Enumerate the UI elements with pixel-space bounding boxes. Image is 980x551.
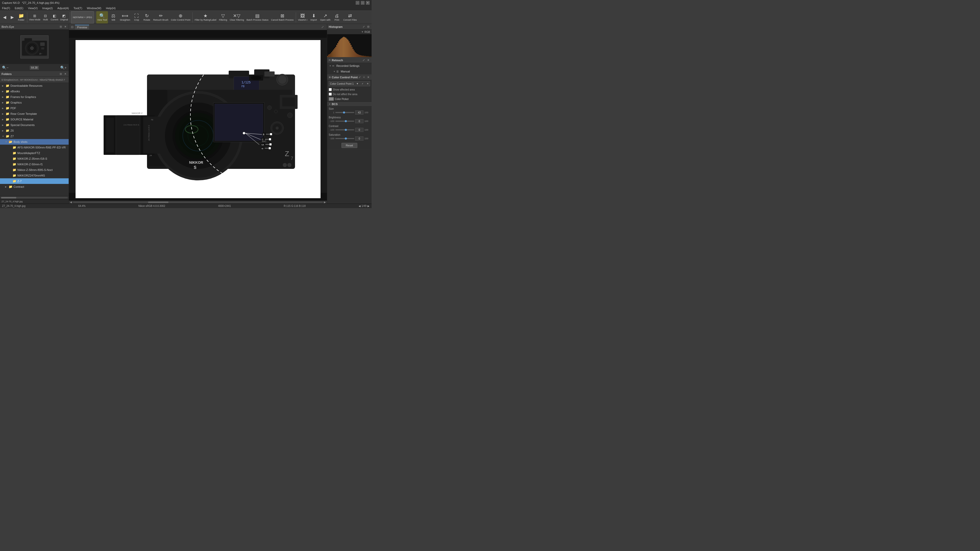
folder-button[interactable]: 📁 Folder [16,11,26,24]
brightness-value[interactable] [355,119,363,123]
folder-item-source[interactable]: ▶ 📁 SOURCE Material [0,117,68,122]
clear-filtering-button[interactable]: ✕▽ Clear Filtering [229,11,245,24]
brightness-track[interactable] [335,121,354,122]
maximize-button[interactable]: □ [361,1,364,5]
nef-raw-button[interactable]: NEF/NRW + JPEG [71,11,94,24]
menu-adjust[interactable]: Adjust(A) [56,6,70,10]
viewnxd-button[interactable]: 🖼 ViewNX-i [297,11,309,24]
preview-canvas[interactable]: 1/125 F8 Nikon [69,30,327,200]
cancel-batch-button[interactable]: ⊠ Cancel Batch Process [270,11,295,24]
saturation-track[interactable] [335,138,354,139]
menu-file[interactable]: File(F) [1,6,11,10]
ccp-expand[interactable]: ⤢ [358,76,361,79]
menu-edit[interactable]: Edit(E) [14,6,24,10]
batch-status-button[interactable]: ▤ Batch Process Status [245,11,269,24]
birds-eye-expand[interactable]: ⊟ [59,25,62,28]
folder-item-graphics[interactable]: ▶ 📁 Graphics [0,100,68,105]
print-button[interactable]: 🖨 Print [332,11,342,24]
show-affected-checkbox[interactable] [329,88,332,91]
scroll-right-arrow[interactable]: ▶ [324,201,326,203]
histogram-channel-dropdown[interactable]: ▼ [361,30,363,33]
original-button[interactable]: ◩ Original [59,11,68,24]
folder-item-contract[interactable]: ▶ 📁 Contract [0,184,68,189]
menu-tool[interactable]: Tool(T) [73,6,83,10]
view-mode-button[interactable]: ⊞ View Mode [28,11,41,24]
saturation-value[interactable] [355,137,363,141]
recorded-settings-item[interactable]: ▼ ✏ Recorded Settings [327,63,372,68]
minimize-button[interactable]: ─ [356,1,360,5]
preview-tab[interactable]: Preview [75,25,89,29]
color-swatch[interactable] [329,97,334,101]
close-button[interactable]: ✕ [366,1,369,5]
frame-next[interactable]: ▶ [368,205,369,207]
folder-item-nikkor35[interactable]: 📁 NIKKOR-Z-35mm-f18-S [0,156,68,162]
rotate-button[interactable]: ↻ Rotate [142,11,151,24]
folder-item-frames[interactable]: ▶ 📁 Frames for Graphics [0,94,68,100]
birds-eye-close[interactable]: ✕ [64,25,67,28]
color-picker-row[interactable]: Color Picker [327,97,372,102]
folder-item-ebooks[interactable]: ▶ 📁 eBooks [0,89,68,94]
contrast-thumb[interactable] [345,129,347,131]
zoom-out-button[interactable]: 🔍− [2,65,8,70]
folders-close[interactable]: ✕ [64,72,67,76]
folder-item-special[interactable]: ▶ 📁 Special Documents [0,122,68,128]
scroll-thumb[interactable] [148,202,169,203]
back-button[interactable]: ◀ [1,11,8,24]
contrast-track[interactable] [335,129,354,130]
histogram-expand2[interactable]: ⊟ [366,25,370,28]
retouch-close[interactable]: ✕ [366,59,370,62]
color-control-point-button[interactable]: ⊕ Color Control Point [170,11,191,24]
straighten-button[interactable]: ⟺ Straighten [119,11,131,24]
size-value[interactable] [355,110,363,114]
scroll-left-arrow[interactable]: ◀ [70,201,72,203]
histogram-expand[interactable]: ⤢ [362,25,366,28]
folder-item-nikkor50[interactable]: 📁 NIKKOR-Z-50mm-f1 [0,162,68,167]
ccp-add[interactable]: + [363,76,366,79]
folder-item-rear-cover[interactable]: ▶ 📁 Rear Cover Template [0,111,68,117]
folder-item-body-shots[interactable]: ▼ 📂 Body shots [0,139,68,144]
folder-item-pdf[interactable]: ▶ 📁 PDF [0,105,68,111]
ccp-close[interactable]: ✕ [366,76,370,79]
size-track[interactable] [335,112,354,113]
wb-button[interactable]: ⚖ WB [108,11,118,24]
brightness-thumb[interactable] [345,120,347,122]
folder-item-nikkor58[interactable]: 📁 Nikkor-Z-58mm-f095-S-Noct [0,167,68,173]
open-with-button[interactable]: ↗ Open with [319,11,331,24]
frame-prev[interactable]: ◀ [359,205,361,207]
view-tool-button[interactable]: 🔍 View Tool [96,11,108,24]
preview-pane-icon[interactable]: ⊟ [71,25,73,29]
do-not-affect-checkbox[interactable] [329,93,332,96]
zoom-in-button[interactable]: 🔍+ [60,65,67,70]
filtering-button[interactable]: ▽ Filtering [218,11,228,24]
import-button[interactable]: ⬇ Import [309,11,318,24]
preview-maximize[interactable]: ⤢ [321,25,324,29]
folder-item-mount[interactable]: 📁 MountAdapterFTZ [0,150,68,156]
menu-view[interactable]: View(V) [27,6,38,10]
menu-help[interactable]: Help(H) [105,6,117,10]
folder-item-z7[interactable]: ▼ 📁 Z7 [0,133,68,139]
filter-rating-button[interactable]: ★ Filter by Rating/Label [194,11,218,24]
folder-item-z7sub[interactable]: 📁 Z-7 [0,178,68,184]
folder-tree-scrollbar[interactable] [0,196,68,199]
size-thumb[interactable] [343,111,345,114]
menu-window[interactable]: Window(W) [86,6,102,10]
manual-item[interactable]: ▼ ☰ Manual [327,68,372,74]
folder-item-z6[interactable]: ▶ 📁 Z6 [0,128,68,133]
retouch-expand[interactable]: ⤢ [362,59,366,62]
forward-button[interactable]: ▶ [9,11,16,24]
retouch-brush-button[interactable]: ✏ Retouch Brush [152,11,169,24]
reset-button[interactable]: Reset [342,143,358,148]
folder-item-afs[interactable]: 📁 AFS-NIKKOR-500mm-f56E-PF-ED-VR [0,144,68,150]
multi-button[interactable]: ⊟ Multi [41,11,49,24]
folder-item-downloadable[interactable]: ▶ 📁 Downloadable Resources [0,83,68,89]
folder-item-nikkorz24[interactable]: 📁 NIKKORZ2470mmf4S [0,173,68,178]
folders-expand[interactable]: ⊟ [59,72,62,76]
folder-tree[interactable]: ▶ 📁 Downloadable Resources ▶ 📁 eBooks ▶ … [0,83,68,196]
menu-image[interactable]: Image(I) [41,6,54,10]
crop-button[interactable]: ⛶ Crop [132,11,142,24]
saturation-thumb[interactable] [345,138,347,140]
contrast-value[interactable] [355,128,363,132]
current-button[interactable]: ◧ Current [50,11,59,24]
bcs-section-header[interactable]: ▼ BCS [327,102,372,106]
ccp-point-selector[interactable]: Color Control Point 1 ▼ ✓ ✕ [329,81,370,86]
